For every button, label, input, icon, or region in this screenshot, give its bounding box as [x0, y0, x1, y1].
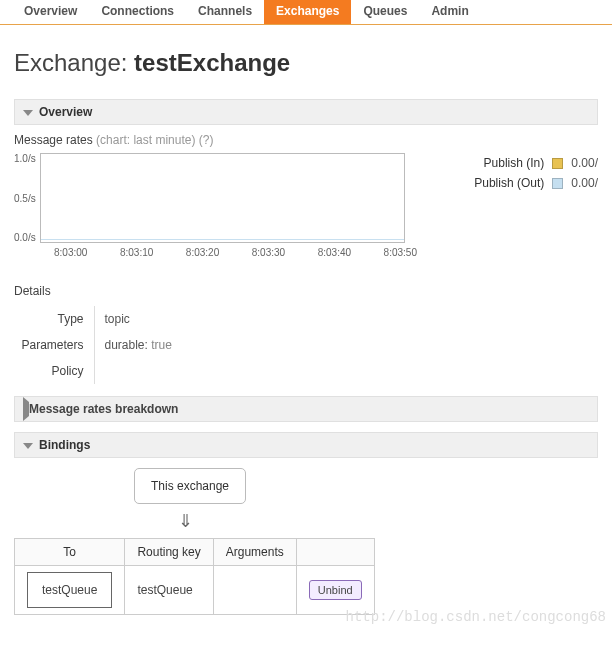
section-overview-label: Overview — [39, 105, 92, 119]
chart-legend: Publish (In) 0.00/ Publish (Out) 0.00/ — [462, 153, 598, 193]
tab-channels[interactable]: Channels — [186, 0, 264, 24]
bindings-table: To Routing key Arguments testQueue testQ… — [14, 538, 375, 615]
queue-link[interactable]: testQueue — [27, 572, 112, 608]
legend-publish-in: Publish (In) 0.00/ — [462, 153, 598, 173]
tab-admin[interactable]: Admin — [419, 0, 480, 24]
details-row-policy: Policy — [14, 358, 182, 384]
chart-x-axis: 8:03:00 8:03:10 8:03:20 8:03:30 8:03:40 … — [52, 247, 417, 258]
arrow-down-icon: ⇓ — [134, 510, 598, 532]
chart-plot-area — [40, 153, 405, 243]
main-tabs: Overview Connections Channels Exchanges … — [0, 0, 612, 25]
tab-overview[interactable]: Overview — [12, 0, 89, 24]
bindings-row: testQueue testQueue Unbind — [15, 566, 375, 615]
page-title: Exchange: testExchange — [14, 49, 598, 77]
page-title-name: testExchange — [134, 49, 290, 76]
page-title-prefix: Exchange: — [14, 49, 134, 76]
chevron-down-icon — [23, 443, 33, 449]
bindings-arguments — [213, 566, 296, 615]
swatch-publish-out — [552, 178, 563, 189]
section-bindings-header[interactable]: Bindings — [14, 432, 598, 458]
swatch-publish-in — [552, 158, 563, 169]
chart-baseline — [41, 239, 404, 240]
message-rates-sub[interactable]: (chart: last minute) (?) — [96, 133, 213, 147]
this-exchange-box: This exchange — [134, 468, 246, 504]
message-rates-chart: 1.0/s 0.5/s 0.0/s 8:03:00 8:03:10 8:03:2… — [14, 153, 417, 258]
section-overview-header[interactable]: Overview — [14, 99, 598, 125]
unbind-button[interactable]: Unbind — [309, 580, 362, 600]
chevron-down-icon — [23, 110, 33, 116]
section-message-rates-breakdown[interactable]: Message rates breakdown — [14, 396, 598, 422]
bindings-routing-key: testQueue — [125, 566, 213, 615]
details-row-type: Type topic — [14, 306, 182, 332]
legend-publish-out: Publish (Out) 0.00/ — [462, 173, 598, 193]
message-rates-label: Message rates (chart: last minute) (?) — [14, 133, 598, 147]
tab-exchanges[interactable]: Exchanges — [264, 0, 351, 24]
bindings-col-actions — [296, 539, 374, 566]
bindings-col-to: To — [15, 539, 125, 566]
tab-connections[interactable]: Connections — [89, 0, 186, 24]
details-heading: Details — [14, 284, 598, 298]
bindings-col-routing-key: Routing key — [125, 539, 213, 566]
details-row-parameters: Parameters durable: true — [14, 332, 182, 358]
bindings-col-arguments: Arguments — [213, 539, 296, 566]
tab-queues[interactable]: Queues — [351, 0, 419, 24]
chart-y-axis: 1.0/s 0.5/s 0.0/s — [14, 153, 40, 243]
details-table: Type topic Parameters durable: true Poli… — [14, 306, 182, 384]
